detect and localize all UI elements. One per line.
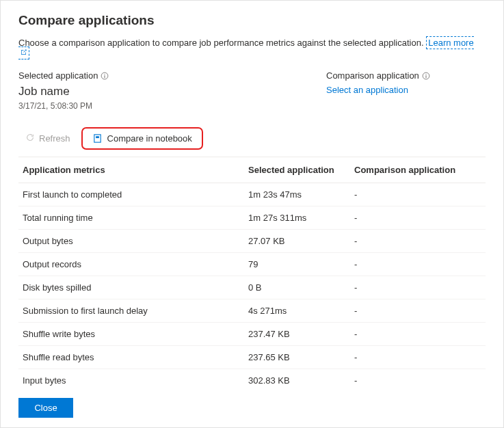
metric-comparison-value: - (350, 206, 486, 230)
col-header-selected: Selected application (244, 157, 350, 183)
col-header-comparison: Comparison application (350, 157, 486, 183)
external-link-icon (20, 48, 27, 58)
metric-comparison-value: - (350, 183, 486, 206)
learn-more-label: Learn more (428, 38, 473, 48)
metric-selected-value: 1m 27s 311ms (244, 206, 350, 230)
table-row: Disk bytes spilled0 B- (18, 276, 486, 299)
metric-comparison-value: - (350, 253, 486, 276)
metric-name: Output records (18, 253, 244, 276)
compare-in-notebook-button[interactable]: Compare in notebook (81, 127, 203, 150)
refresh-button: Refresh (18, 129, 77, 148)
metric-selected-value: 237.47 KB (244, 323, 350, 346)
metric-name: Shuffle read bytes (18, 346, 244, 369)
metric-comparison-value: - (350, 346, 486, 369)
refresh-label: Refresh (39, 133, 70, 144)
metric-comparison-value: - (350, 299, 486, 323)
metric-name: Shuffle write bytes (18, 323, 244, 346)
metric-selected-value: 237.65 KB (244, 346, 350, 369)
metrics-table: Application metrics Selected application… (18, 157, 486, 388)
metric-selected-value: 4s 271ms (244, 299, 350, 323)
table-row: Shuffle read bytes237.65 KB- (18, 346, 486, 369)
close-button[interactable]: Close (18, 398, 73, 418)
svg-point-1 (105, 74, 105, 75)
timestamp: 3/17/21, 5:08:30 PM (18, 101, 326, 111)
table-row: Output bytes27.07 KB- (18, 230, 486, 253)
metric-selected-value: 27.07 KB (244, 230, 350, 253)
toolbar: Refresh Compare in notebook (18, 127, 486, 157)
metric-selected-value: 302.83 KB (244, 369, 350, 389)
svg-rect-5 (425, 75, 426, 78)
table-row: Shuffle write bytes237.47 KB- (18, 323, 486, 346)
metric-name: First launch to completed (18, 183, 244, 206)
metric-selected-value: 79 (244, 253, 350, 276)
refresh-icon (25, 133, 35, 144)
col-header-metric: Application metrics (18, 157, 244, 183)
table-row: Submission to first launch delay4s 271ms… (18, 299, 486, 323)
svg-rect-7 (96, 136, 99, 138)
info-icon[interactable] (422, 72, 430, 80)
table-row: Input bytes302.83 KB- (18, 369, 486, 389)
metric-comparison-value: - (350, 276, 486, 299)
info-icon[interactable] (101, 72, 109, 80)
metric-comparison-value: - (350, 323, 486, 346)
compare-label: Compare in notebook (107, 133, 192, 144)
table-row: Total running time1m 27s 311ms- (18, 206, 486, 230)
metric-name: Submission to first launch delay (18, 299, 244, 323)
page-title: Compare applications (18, 13, 486, 28)
metric-name: Output bytes (18, 230, 244, 253)
metric-name: Input bytes (18, 369, 244, 389)
metric-name: Disk bytes spilled (18, 276, 244, 299)
table-row: First launch to completed1m 23s 47ms- (18, 183, 486, 206)
svg-rect-6 (94, 135, 100, 142)
footer: Close (1, 388, 503, 427)
svg-point-4 (425, 74, 426, 75)
metric-selected-value: 1m 23s 47ms (244, 183, 350, 206)
metric-comparison-value: - (350, 369, 486, 389)
comparison-app-label: Comparison application (326, 70, 486, 81)
job-name: Job name (18, 85, 326, 98)
selected-app-label-text: Selected application (18, 70, 98, 81)
description: Choose a comparison application to compa… (18, 38, 486, 58)
selected-app-label: Selected application (18, 70, 326, 81)
metric-comparison-value: - (350, 230, 486, 253)
svg-rect-2 (105, 75, 105, 78)
metric-name: Total running time (18, 206, 244, 230)
description-text: Choose a comparison application to compa… (18, 38, 424, 48)
selected-application-section: Selected application Job name 3/17/21, 5… (18, 70, 326, 119)
comparison-app-label-text: Comparison application (326, 70, 419, 81)
table-row: Output records79- (18, 253, 486, 276)
comparison-application-section: Comparison application Select an applica… (326, 70, 486, 119)
notebook-icon (92, 133, 103, 144)
select-application-link[interactable]: Select an application (326, 85, 408, 95)
metric-selected-value: 0 B (244, 276, 350, 299)
